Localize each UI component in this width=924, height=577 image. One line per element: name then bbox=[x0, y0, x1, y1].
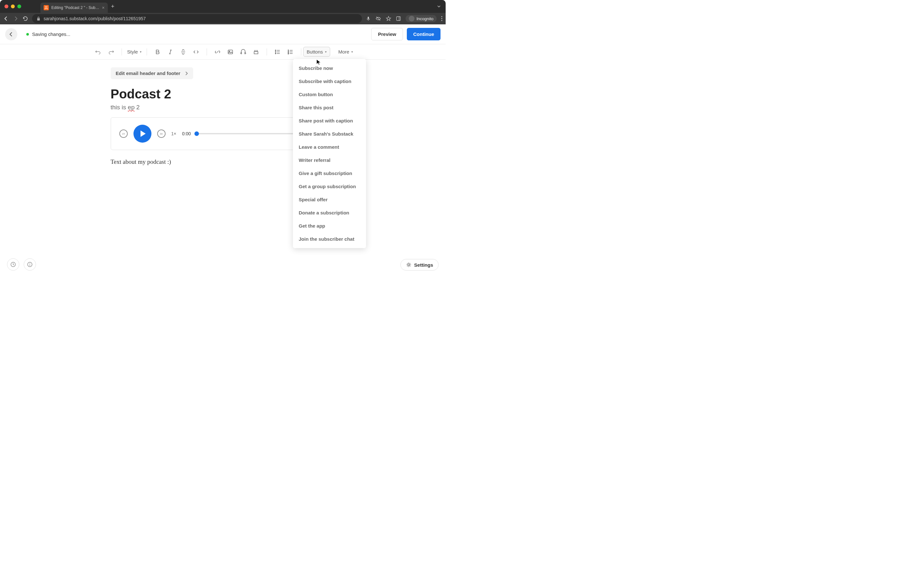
svg-point-5 bbox=[441, 18, 443, 19]
settings-label: Settings bbox=[414, 262, 433, 268]
incognito-badge[interactable]: Incognito bbox=[405, 15, 437, 22]
bullet-list-button[interactable] bbox=[272, 47, 283, 57]
kebab-menu-icon[interactable] bbox=[441, 16, 443, 21]
menu-item-get-group-subscription[interactable]: Get a group subscription bbox=[293, 180, 366, 193]
window-close-button[interactable] bbox=[5, 5, 8, 8]
panel-icon[interactable] bbox=[396, 16, 401, 21]
menu-item-give-gift-subscription[interactable]: Give a gift subscription bbox=[293, 167, 366, 180]
browser-titlebar: Editing "Podcast 2 " - Substac × + bbox=[0, 0, 446, 13]
image-button[interactable] bbox=[225, 47, 236, 57]
skip-back-button[interactable]: 15 bbox=[120, 129, 128, 138]
address-bar[interactable]: sarahjonas1.substack.com/publish/post/11… bbox=[32, 14, 362, 23]
svg-point-9 bbox=[275, 50, 276, 51]
save-status: Saving changes... bbox=[26, 31, 70, 37]
menu-item-special-offer[interactable]: Special offer bbox=[293, 193, 366, 206]
playback-speed[interactable]: 1× bbox=[171, 131, 176, 136]
settings-button[interactable]: Settings bbox=[401, 259, 439, 271]
forward-button[interactable] bbox=[13, 16, 19, 21]
audio-button[interactable] bbox=[238, 47, 249, 57]
window-minimize-button[interactable] bbox=[11, 5, 15, 8]
incognito-icon bbox=[409, 16, 415, 21]
playback-time: 0:00 bbox=[182, 131, 191, 136]
back-button[interactable] bbox=[3, 16, 9, 21]
link-button[interactable] bbox=[212, 47, 223, 57]
gear-icon bbox=[406, 262, 412, 268]
play-button[interactable] bbox=[134, 125, 152, 143]
spellcheck-word: ep bbox=[128, 104, 134, 111]
url-text: sarahjonas1.substack.com/publish/post/11… bbox=[44, 16, 145, 21]
chevron-down-icon: ▾ bbox=[325, 50, 326, 53]
app-header: Saving changes... Preview Continue bbox=[0, 24, 446, 44]
buttons-label: Buttons bbox=[307, 49, 323, 55]
svg-rect-7 bbox=[228, 50, 233, 54]
menu-item-get-the-app[interactable]: Get the app bbox=[293, 219, 366, 232]
numbered-list-button[interactable]: 123 bbox=[285, 47, 296, 57]
traffic-lights bbox=[5, 5, 21, 8]
more-label: More bbox=[338, 49, 349, 55]
menu-item-subscribe-now[interactable]: Subscribe now bbox=[293, 61, 366, 75]
close-tab-icon[interactable]: × bbox=[102, 5, 105, 10]
undo-button[interactable] bbox=[93, 47, 103, 57]
skip-forward-button[interactable]: 30 bbox=[157, 129, 166, 138]
chevron-down-icon: ▾ bbox=[351, 50, 353, 53]
chevron-down-icon: ▾ bbox=[140, 50, 142, 53]
style-dropdown[interactable]: Style ▾ bbox=[124, 47, 144, 56]
lock-icon bbox=[37, 16, 40, 21]
menu-item-custom-button[interactable]: Custom button bbox=[293, 88, 366, 101]
menu-item-join-subscriber-chat[interactable]: Join the subscriber chat bbox=[293, 232, 366, 245]
save-status-text: Saving changes... bbox=[32, 31, 70, 37]
svg-point-4 bbox=[441, 16, 443, 17]
svg-rect-2 bbox=[397, 17, 401, 21]
progress-thumb[interactable] bbox=[194, 131, 199, 136]
browser-toolbar-right: Incognito bbox=[366, 15, 443, 22]
svg-point-6 bbox=[441, 20, 443, 21]
bold-button[interactable] bbox=[152, 47, 163, 57]
menu-item-donate-subscription[interactable]: Donate a subscription bbox=[293, 206, 366, 219]
redo-button[interactable] bbox=[105, 47, 116, 57]
strikethrough-button[interactable] bbox=[178, 47, 189, 57]
app-back-button[interactable] bbox=[5, 28, 17, 40]
style-label: Style bbox=[127, 49, 137, 55]
code-button[interactable] bbox=[191, 47, 202, 57]
info-button[interactable] bbox=[24, 258, 36, 271]
svg-rect-1 bbox=[368, 17, 369, 19]
incognito-label: Incognito bbox=[417, 16, 433, 21]
star-icon[interactable] bbox=[386, 16, 391, 21]
menu-item-leave-comment[interactable]: Leave a comment bbox=[293, 140, 366, 153]
history-button[interactable] bbox=[7, 258, 19, 271]
tabs-chevron-icon[interactable] bbox=[437, 4, 441, 9]
browser-toolbar: sarahjonas1.substack.com/publish/post/11… bbox=[0, 13, 446, 24]
chevron-right-icon bbox=[185, 71, 188, 76]
svg-point-10 bbox=[275, 51, 276, 52]
tab-title: Editing "Podcast 2 " - Substac bbox=[51, 5, 99, 10]
mouse-cursor bbox=[317, 59, 321, 65]
substack-favicon bbox=[44, 5, 49, 10]
more-dropdown[interactable]: More ▾ bbox=[335, 47, 356, 56]
buttons-dropdown[interactable]: Buttons ▾ bbox=[303, 47, 330, 57]
continue-button[interactable]: Continue bbox=[407, 28, 441, 40]
menu-item-writer-referral[interactable]: Writer referral bbox=[293, 153, 366, 167]
menu-item-share-this-post[interactable]: Share this post bbox=[293, 101, 366, 114]
mic-icon[interactable] bbox=[366, 16, 371, 21]
svg-point-11 bbox=[275, 53, 276, 54]
menu-item-subscribe-with-caption[interactable]: Subscribe with caption bbox=[293, 75, 366, 88]
svg-point-17 bbox=[29, 263, 30, 264]
svg-point-18 bbox=[408, 264, 410, 266]
video-button[interactable] bbox=[250, 47, 262, 57]
preview-button[interactable]: Preview bbox=[371, 28, 403, 40]
save-status-dot bbox=[26, 33, 29, 35]
bottom-left-controls bbox=[7, 258, 36, 271]
eye-off-icon[interactable] bbox=[375, 16, 381, 21]
menu-item-share-post-with-caption[interactable]: Share post with caption bbox=[293, 114, 366, 127]
new-tab-button[interactable]: + bbox=[111, 3, 115, 10]
edit-email-header-button[interactable]: Edit email header and footer bbox=[111, 67, 194, 79]
menu-item-share-sarahs-substack[interactable]: Share Sarah's Substack bbox=[293, 127, 366, 140]
reload-button[interactable] bbox=[23, 16, 28, 21]
edit-email-header-label: Edit email header and footer bbox=[116, 71, 181, 76]
buttons-dropdown-menu: Subscribe now Subscribe with caption Cus… bbox=[293, 59, 366, 248]
browser-tab[interactable]: Editing "Podcast 2 " - Substac × bbox=[40, 3, 108, 13]
window-maximize-button[interactable] bbox=[17, 5, 21, 8]
italic-button[interactable] bbox=[165, 47, 176, 57]
editor-toolbar: Style ▾ 123 Buttons ▾ More ▾ bbox=[0, 44, 446, 60]
svg-rect-0 bbox=[37, 18, 40, 21]
